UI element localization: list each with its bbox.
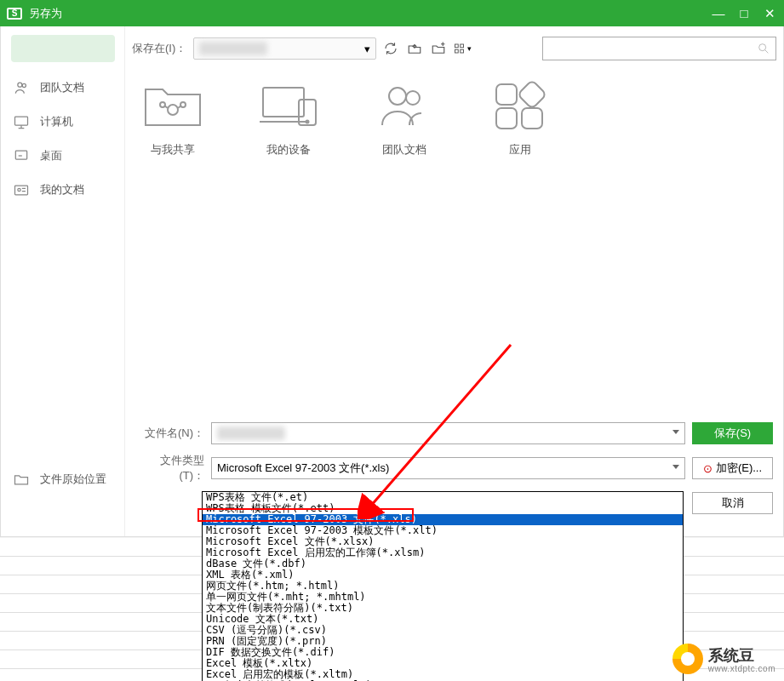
svg-point-18 <box>406 91 420 105</box>
filetype-select[interactable]: Microsoft Excel 97-2003 文件(*.xls) <box>211 457 685 479</box>
filetype-label: 文件类型(T)： <box>140 453 204 484</box>
folder-my-devices[interactable]: 我的设备 <box>256 77 321 157</box>
filetype-value: Microsoft Excel 97-2003 文件(*.xls) <box>217 461 389 476</box>
search-icon <box>757 42 770 55</box>
team-folder-icon <box>372 77 437 130</box>
computer-icon <box>13 113 30 130</box>
save-button[interactable]: 保存(S) <box>692 422 773 444</box>
svg-rect-3 <box>15 151 26 159</box>
new-folder-button[interactable] <box>429 39 448 58</box>
svg-rect-22 <box>518 80 547 109</box>
filetype-dropdown-list: WPS表格 文件(*.et)WPS表格 模板文件(*.ett)Microsoft… <box>202 491 684 681</box>
sidebar-item-team[interactable]: 团队文档 <box>1 71 124 105</box>
svg-rect-14 <box>263 88 304 117</box>
devices-folder-icon <box>256 77 321 130</box>
filename-input[interactable] <box>211 422 685 444</box>
svg-rect-21 <box>522 108 542 129</box>
sidebar-item-label: 桌面 <box>40 148 62 163</box>
titlebar: S 另存为 — □ ✕ <box>0 0 784 26</box>
location-label: 保存在(I)： <box>132 41 186 56</box>
window-title: 另存为 <box>29 6 711 21</box>
folder-apps[interactable]: 应用 <box>488 77 552 157</box>
folder-label: 我的设备 <box>266 142 311 157</box>
svg-rect-4 <box>15 186 28 195</box>
apps-folder-icon <box>488 77 552 130</box>
maximize-button[interactable]: □ <box>736 6 752 21</box>
watermark-url: www.xtdptc.com <box>708 664 775 673</box>
content-area: 保存在(I)： ▾ ▾ 与我共享 我的设备 <box>125 26 783 536</box>
sidebar-item-original-location[interactable]: 文件原始位置 <box>1 462 124 496</box>
svg-rect-20 <box>496 108 517 129</box>
folder-label: 应用 <box>509 142 531 157</box>
folder-label: 团队文档 <box>382 142 426 157</box>
svg-point-16 <box>306 121 309 123</box>
documents-icon <box>13 181 30 198</box>
encrypt-button[interactable]: ⊙加密(E)... <box>692 457 773 479</box>
svg-rect-2 <box>15 117 28 125</box>
close-button[interactable]: ✕ <box>762 6 777 21</box>
svg-point-10 <box>759 44 766 51</box>
sidebar-item-label: 计算机 <box>40 114 73 129</box>
filename-value-blurred <box>217 426 285 440</box>
cancel-button[interactable]: 取消 <box>692 492 773 514</box>
search-input[interactable] <box>542 37 776 60</box>
sidebar-item-desktop[interactable]: 桌面 <box>1 139 124 173</box>
svg-point-0 <box>18 83 22 87</box>
minimize-button[interactable]: — <box>711 6 726 21</box>
share-folder-icon <box>140 77 205 130</box>
desktop-icon <box>13 147 30 164</box>
svg-point-11 <box>168 105 178 115</box>
folder-grid: 与我共享 我的设备 团队文档 应用 <box>125 71 783 164</box>
watermark: 系统豆 www.xtdptc.com <box>672 644 775 674</box>
team-icon <box>13 79 30 96</box>
sidebar-item-label: 团队文档 <box>40 80 84 95</box>
filename-label: 文件名(N)： <box>140 426 204 441</box>
user-box[interactable] <box>11 35 115 62</box>
svg-rect-7 <box>461 44 464 48</box>
svg-rect-9 <box>461 49 464 53</box>
chevron-down-icon: ▾ <box>364 43 370 55</box>
up-folder-button[interactable] <box>405 39 424 58</box>
toolbar: 保存在(I)： ▾ ▾ <box>125 26 783 71</box>
svg-rect-6 <box>455 44 459 48</box>
dialog-body: 团队文档 计算机 桌面 我的文档 文件原始位置 保存在(I)： ▾ <box>0 26 784 537</box>
sidebar-item-computer[interactable]: 计算机 <box>1 105 124 139</box>
location-select[interactable]: ▾ <box>193 37 376 60</box>
folder-icon <box>13 471 30 488</box>
sidebar-item-label: 文件原始位置 <box>40 472 106 487</box>
folder-label: 与我共享 <box>151 142 195 157</box>
window-controls: — □ ✕ <box>711 6 777 21</box>
folder-team-docs[interactable]: 团队文档 <box>372 77 437 157</box>
folder-shared-with-me[interactable]: 与我共享 <box>140 77 205 157</box>
sidebar-item-label: 我的文档 <box>40 182 84 197</box>
location-value-blurred <box>199 42 267 55</box>
svg-point-1 <box>22 83 26 87</box>
refresh-button[interactable] <box>381 39 400 58</box>
app-icon: S <box>7 8 22 20</box>
svg-point-17 <box>389 88 406 105</box>
svg-point-5 <box>18 188 20 191</box>
sidebar: 团队文档 计算机 桌面 我的文档 文件原始位置 <box>1 26 125 536</box>
svg-rect-8 <box>455 49 459 53</box>
view-options-button[interactable]: ▾ <box>453 39 472 58</box>
watermark-name: 系统豆 <box>708 645 775 666</box>
svg-rect-19 <box>496 84 517 105</box>
watermark-logo-icon <box>672 644 703 674</box>
sidebar-item-documents[interactable]: 我的文档 <box>1 173 124 207</box>
